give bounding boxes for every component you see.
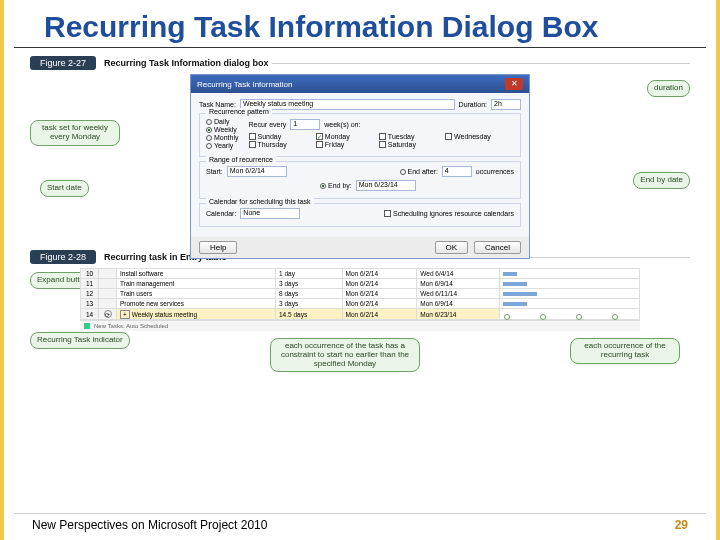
row-number: 10: [81, 269, 99, 279]
task-name-input[interactable]: Weekly status meeting: [240, 99, 455, 110]
duration-cell: 3 days: [275, 279, 342, 289]
indicator-cell: [99, 299, 117, 309]
start-date-input[interactable]: Mon 6/2/14: [227, 166, 287, 177]
duration-input[interactable]: 2h: [491, 99, 521, 110]
gantt-cell: [500, 309, 640, 320]
row-number: 11: [81, 279, 99, 289]
gantt-cell: [500, 279, 640, 289]
callout-recurring-indicator: Recurring Task indicator: [30, 332, 130, 349]
radio-yearly[interactable]: Yearly: [206, 142, 239, 149]
status-bar: New Tasks: Auto Scheduled: [80, 320, 640, 331]
start-cell: Mon 6/2/14: [342, 309, 417, 320]
finish-cell: Wed 6/4/14: [417, 269, 500, 279]
check-monday[interactable]: ✓Monday: [316, 133, 373, 140]
page-number: 29: [675, 518, 688, 532]
task-name-cell: Train users: [117, 289, 276, 299]
radio-end-after[interactable]: End after:: [400, 168, 438, 175]
calendar-select[interactable]: None: [240, 208, 300, 219]
callout-start-date: Start date: [40, 180, 89, 197]
check-tuesday[interactable]: Tuesday: [379, 133, 439, 140]
indicator-cell: ⟳: [99, 309, 117, 320]
recur-every-label-a: Recur every: [249, 121, 287, 128]
duration-cell: 8 days: [275, 289, 342, 299]
recurring-task-dialog: Recurring Task Information ✕ Task Name: …: [190, 74, 530, 259]
range-section-label: Range of recurrence: [206, 156, 276, 163]
task-name-label: Task Name:: [199, 101, 236, 108]
figure-2-tag: Figure 2-28: [30, 250, 96, 264]
row-number: 12: [81, 289, 99, 299]
calendar-section-label: Calendar for scheduling this task: [206, 198, 314, 205]
radio-weekly[interactable]: Weekly: [206, 126, 239, 133]
table-row[interactable]: 13Promote new services3 daysMon 6/2/14Mo…: [81, 299, 640, 309]
task-name-cell: +Weekly status meeting: [117, 309, 276, 320]
recur-every-label-b: week(s) on:: [324, 121, 360, 128]
figure-1-tag: Figure 2-27: [30, 56, 96, 70]
cancel-button[interactable]: Cancel: [474, 241, 521, 254]
indicator-cell: [99, 289, 117, 299]
callout-weekly: task set for weekly every Monday: [30, 120, 120, 146]
recur-every-input[interactable]: 1: [290, 119, 320, 130]
callout-occurrence: each occurrence of the recurring task: [570, 338, 680, 364]
radio-daily[interactable]: Daily: [206, 118, 239, 125]
task-name-cell: Install software: [117, 269, 276, 279]
end-after-input[interactable]: 4: [442, 166, 472, 177]
status-text: New Tasks: Auto Scheduled: [94, 323, 168, 329]
table-row[interactable]: 14⟳+Weekly status meeting14.5 daysMon 6/…: [81, 309, 640, 320]
end-by-input[interactable]: Mon 6/23/14: [356, 180, 416, 191]
finish-cell: Mon 6/23/14: [417, 309, 500, 320]
indicator-cell: [99, 279, 117, 289]
table-row[interactable]: 10Install software1 dayMon 6/2/14Wed 6/4…: [81, 269, 640, 279]
entry-table: 10Install software1 dayMon 6/2/14Wed 6/4…: [80, 268, 640, 320]
recurrence-section-label: Recurrence pattern: [206, 108, 272, 115]
start-cell: Mon 6/2/14: [342, 269, 417, 279]
check-friday[interactable]: Friday: [316, 141, 373, 148]
task-name-cell: Promote new services: [117, 299, 276, 309]
gantt-cell: [500, 299, 640, 309]
footer-text: New Perspectives on Microsoft Project 20…: [32, 518, 267, 532]
row-number: 14: [81, 309, 99, 320]
check-ignore-calendars[interactable]: Scheduling ignores resource calendars: [384, 210, 514, 217]
duration-cell: 3 days: [275, 299, 342, 309]
finish-cell: Mon 6/9/14: [417, 299, 500, 309]
duration-cell: 1 day: [275, 269, 342, 279]
duration-label: Duration:: [459, 101, 487, 108]
gantt-cell: [500, 269, 640, 279]
figure-1-caption: Figure 2-27 Recurring Task Information d…: [30, 56, 690, 70]
calendar-label: Calendar:: [206, 210, 236, 217]
occurrences-label: occurrences: [476, 168, 514, 175]
ok-button[interactable]: OK: [435, 241, 469, 254]
check-saturday[interactable]: Saturday: [379, 141, 439, 148]
row-number: 13: [81, 299, 99, 309]
figure-1-title: Recurring Task Information dialog box: [104, 58, 268, 68]
table-row[interactable]: 11Train management3 daysMon 6/2/14Mon 6/…: [81, 279, 640, 289]
slide-title: Recurring Task Information Dialog Box: [14, 0, 706, 48]
start-cell: Mon 6/2/14: [342, 299, 417, 309]
task-name-cell: Train management: [117, 279, 276, 289]
callout-end-by: End by date: [633, 172, 690, 189]
indicator-cell: [99, 269, 117, 279]
finish-cell: Mon 6/9/14: [417, 279, 500, 289]
start-cell: Mon 6/2/14: [342, 289, 417, 299]
check-thursday[interactable]: Thursday: [249, 141, 310, 148]
check-sunday[interactable]: Sunday: [249, 133, 310, 140]
help-button[interactable]: Help: [199, 241, 237, 254]
status-icon: [84, 323, 90, 329]
callout-duration: duration: [647, 80, 690, 97]
start-cell: Mon 6/2/14: [342, 279, 417, 289]
radio-end-by[interactable]: End by:: [320, 182, 352, 189]
dialog-titlebar: Recurring Task Information ✕: [191, 75, 529, 93]
expand-icon[interactable]: +: [120, 310, 130, 319]
callout-constraint: each occurrence of the task has a constr…: [270, 338, 420, 372]
recurring-icon: ⟳: [104, 310, 112, 318]
radio-monthly[interactable]: Monthly: [206, 134, 239, 141]
finish-cell: Wed 6/11/14: [417, 289, 500, 299]
table-row[interactable]: 12Train users8 daysMon 6/2/14Wed 6/11/14: [81, 289, 640, 299]
dialog-title: Recurring Task Information: [197, 80, 292, 89]
gantt-cell: [500, 289, 640, 299]
close-icon[interactable]: ✕: [505, 78, 523, 90]
duration-cell: 14.5 days: [275, 309, 342, 320]
start-label: Start:: [206, 168, 223, 175]
check-wednesday[interactable]: Wednesday: [445, 133, 514, 140]
